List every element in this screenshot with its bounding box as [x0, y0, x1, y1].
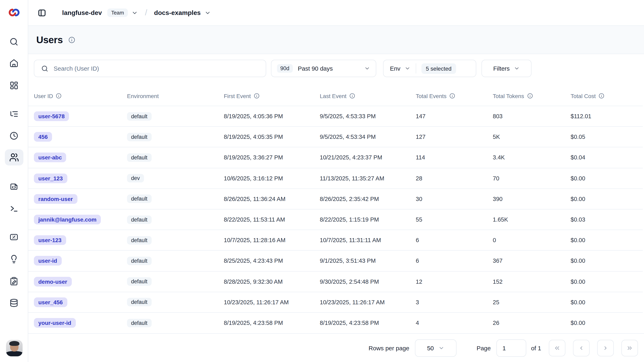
environment-badge: default [127, 133, 152, 141]
clock-icon [9, 131, 18, 140]
breadcrumb-organization[interactable]: langfuse-dev [62, 9, 102, 16]
column-header-total-tokens: Total Tokens [493, 93, 570, 99]
sidebar-item-playground[interactable] [5, 200, 23, 216]
table-row[interactable]: user-123default10/7/2025, 11:28:16 AM10/… [28, 230, 643, 251]
cell-first-event: 10/23/2025, 11:26:17 AM [224, 299, 320, 305]
table-row[interactable]: jannik@langfuse.comdefault8/22/2025, 11:… [28, 209, 643, 230]
sidebar-item-tracing[interactable] [5, 106, 23, 122]
sidebar-item-annotation[interactable] [5, 251, 23, 267]
cell-last-event: 8/19/2025, 4:23:58 PM [320, 320, 416, 326]
sidebar-toggle-button[interactable] [38, 8, 46, 17]
user-id-badge[interactable]: your-user-id [34, 318, 76, 328]
cell-first-event: 8/25/2025, 4:23:43 PM [224, 258, 320, 264]
project-dropdown-button[interactable] [204, 10, 211, 16]
sidebar-item-sessions[interactable] [5, 128, 23, 144]
user-id-badge[interactable]: user-abc [34, 153, 66, 162]
cell-environment: default [127, 257, 224, 265]
table-row[interactable]: your-user-iddefault8/19/2025, 4:23:58 PM… [28, 313, 643, 333]
rows-per-page-select[interactable]: 50 [415, 339, 456, 356]
cell-user-id: jannik@langfuse.com [34, 215, 127, 224]
table-row[interactable]: 456default8/19/2025, 4:05:35 PM9/5/2025,… [28, 127, 643, 147]
table-row[interactable]: user-5678default8/19/2025, 4:05:36 PM9/5… [28, 106, 643, 127]
user-avatar[interactable] [6, 340, 22, 356]
info-icon [450, 93, 456, 99]
search-input[interactable] [54, 65, 260, 72]
table-row[interactable]: random-userdefault8/26/2025, 11:36:24 AM… [28, 189, 643, 209]
user-id-badge[interactable]: random-user [34, 194, 77, 204]
user-id-badge[interactable]: demo-user [34, 277, 72, 286]
environment-badge: default [127, 112, 152, 121]
page-number-input[interactable] [496, 339, 526, 356]
cell-user-id: 456 [34, 132, 127, 142]
cell-last-event: 11/13/2025, 11:35:27 AM [320, 175, 416, 181]
chevron-down-icon [364, 65, 370, 72]
page-heading-band: Users [28, 26, 644, 54]
cell-total-tokens: 803 [493, 113, 570, 119]
table-row[interactable]: user-iddefault8/25/2025, 4:23:43 PM9/1/2… [28, 251, 643, 271]
next-page-button[interactable] [597, 339, 614, 356]
environment-badge: default [127, 215, 152, 224]
sidebar-item-dashboards[interactable] [5, 77, 23, 93]
environment-badge: default [127, 298, 152, 306]
user-id-badge[interactable]: user_123 [34, 173, 67, 183]
org-dropdown-button[interactable] [132, 10, 138, 16]
last-page-button[interactable] [622, 339, 638, 356]
table-row[interactable]: user_123dev10/6/2025, 3:16:12 PM11/13/20… [28, 168, 643, 189]
cell-environment: dev [127, 174, 224, 182]
filters-button[interactable]: Filters [482, 60, 532, 77]
cell-last-event: 9/30/2025, 2:54:48 PM [320, 278, 416, 285]
cell-total-cost: $0.00 [570, 299, 643, 305]
page-title-info-icon[interactable] [68, 36, 75, 43]
sidebar-item-search[interactable] [5, 34, 23, 50]
environment-badge: default [127, 195, 152, 203]
divider [416, 63, 416, 74]
table-row[interactable]: user-abcdefault8/19/2025, 3:36:27 PM10/2… [28, 148, 643, 168]
user-id-badge[interactable]: user-123 [34, 235, 66, 245]
cell-last-event: 9/1/2025, 3:51:43 PM [320, 258, 416, 264]
sidebar-item-datasets[interactable] [5, 295, 23, 311]
date-range-button[interactable]: 90d Past 90 days [271, 60, 376, 77]
cell-last-event: 9/5/2025, 4:53:34 PM [320, 134, 416, 140]
previous-page-button[interactable] [573, 339, 590, 356]
sidebar-item-prompts[interactable] [5, 178, 23, 195]
cell-user-id: random-user [34, 194, 127, 204]
rows-per-page-label: Rows per page [368, 344, 409, 351]
chevrons-left-icon [554, 344, 560, 351]
column-header-last-event: Last Event [320, 93, 416, 99]
column-header-environment: Environment [127, 93, 224, 99]
sidebar-item-users[interactable] [5, 149, 23, 165]
chevrons-right-icon [626, 344, 633, 351]
cell-last-event: 10/23/2025, 11:26:17 AM [320, 299, 416, 305]
cell-total-events: 4 [416, 320, 493, 326]
breadcrumb-project[interactable]: docs-examples [154, 9, 200, 16]
cell-user-id: user-abc [34, 153, 127, 162]
info-icon [527, 93, 533, 99]
user-id-badge[interactable]: 456 [34, 132, 52, 142]
user-id-badge[interactable]: jannik@langfuse.com [34, 215, 101, 224]
cell-user-id: your-user-id [34, 318, 127, 328]
cell-user-id: demo-user [34, 277, 127, 286]
chevron-left-icon [578, 344, 585, 351]
table-row[interactable]: demo-userdefault8/28/2025, 9:32:30 AM9/3… [28, 271, 643, 292]
column-header-total-events: Total Events [416, 93, 493, 99]
user-id-badge[interactable]: user-5678 [34, 111, 69, 121]
cell-total-cost: $0.00 [570, 196, 643, 202]
env-selected-badge: 5 selected [422, 63, 456, 74]
cell-total-cost: $0.00 [570, 258, 643, 264]
cell-environment: default [127, 153, 224, 162]
sidebar-item-home[interactable] [5, 55, 23, 71]
chevron-down-icon [514, 65, 520, 72]
first-page-button[interactable] [549, 339, 565, 356]
cell-total-cost: $0.00 [570, 175, 643, 181]
user-id-badge[interactable]: user_456 [34, 297, 67, 307]
sidebar-item-evaluation[interactable] [5, 273, 23, 289]
environment-filter-button[interactable]: Env 5 selected [383, 60, 476, 77]
sidebar-item-scores[interactable] [5, 229, 23, 245]
cell-total-events: 6 [416, 237, 493, 243]
info-icon [254, 93, 260, 99]
table-row[interactable]: user_456default10/23/2025, 11:26:17 AM10… [28, 292, 643, 312]
cell-user-id: user-id [34, 256, 127, 266]
panel-left-icon [38, 8, 46, 17]
user-id-badge[interactable]: user-id [34, 256, 62, 266]
cell-total-tokens: 1.65K [493, 216, 570, 223]
